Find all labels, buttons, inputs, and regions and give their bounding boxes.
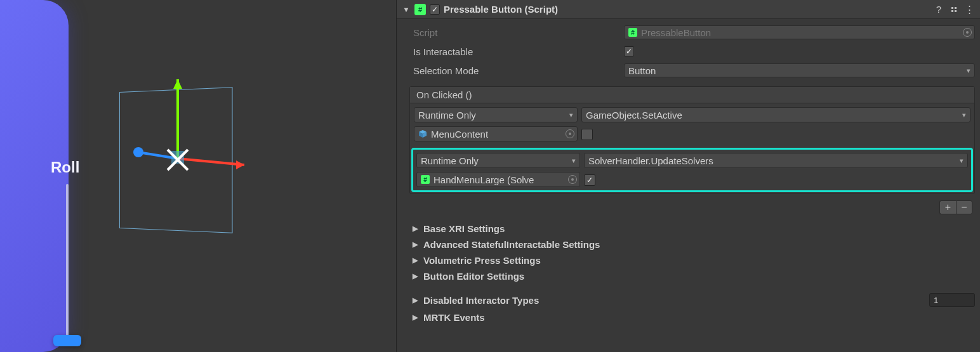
on-clicked-event: On Clicked () Runtime Only GameObject.Se… xyxy=(409,86,975,194)
section-mrtk-events[interactable]: MRTK Events xyxy=(397,310,980,325)
event-target-value: MenuContent xyxy=(431,129,488,140)
event-target-field[interactable]: HandMenuLarge (Solve xyxy=(416,172,580,187)
component-enable-checkbox[interactable] xyxy=(430,4,440,15)
function-value: GameObject.SetActive xyxy=(586,110,682,121)
callstate-dropdown[interactable]: Runtime Only xyxy=(414,107,578,122)
event-bool-argument[interactable] xyxy=(581,129,593,140)
section-label: Volumetric Press Settings xyxy=(423,255,975,266)
section-label: Button Editor Settings xyxy=(423,271,975,282)
scene-view[interactable]: Roll xyxy=(0,0,396,352)
script-object-field[interactable]: PressableButton xyxy=(624,25,975,39)
event-bool-argument[interactable] xyxy=(584,174,595,186)
script-icon xyxy=(414,4,426,15)
slider-thumb[interactable] xyxy=(53,335,81,346)
function-dropdown[interactable]: GameObject.SetActive xyxy=(581,107,970,122)
slider-track xyxy=(66,184,69,342)
chevron-right-icon xyxy=(411,240,420,249)
callstate-dropdown[interactable]: Runtime Only xyxy=(416,153,580,168)
gizmo-x-tip[interactable] xyxy=(236,160,244,169)
section-label: Advanced StatefulInteractable Settings xyxy=(423,239,975,250)
chevron-right-icon xyxy=(411,296,420,304)
remove-event-button[interactable]: − xyxy=(956,200,972,214)
is-interactable-label: Is Interactable xyxy=(402,46,619,57)
hand-menu-panel xyxy=(0,0,69,352)
chevron-right-icon xyxy=(411,313,420,322)
disabled-interactor-count[interactable] xyxy=(929,293,975,307)
is-interactable-row: Is Interactable xyxy=(402,42,975,61)
section-advanced-stateful[interactable]: Advanced StatefulInteractable Settings xyxy=(397,237,980,252)
section-button-editor[interactable]: Button Editor Settings xyxy=(397,268,980,284)
script-icon xyxy=(628,28,637,37)
object-picker-icon[interactable] xyxy=(568,175,577,184)
component-title: Pressable Button (Script) xyxy=(444,4,929,15)
component-foldout[interactable] xyxy=(402,6,411,13)
script-row: Script PressableButton xyxy=(402,23,975,42)
script-label: Script xyxy=(402,27,619,38)
chevron-right-icon xyxy=(411,225,420,233)
add-event-button[interactable]: + xyxy=(939,200,956,214)
component-header[interactable]: Pressable Button (Script) ? ⋮ xyxy=(397,0,980,19)
callstate-value: Runtime Only xyxy=(418,110,476,121)
section-disabled-interactor-types[interactable]: Disabled Interactor Types xyxy=(397,290,980,310)
preset-icon[interactable] xyxy=(948,4,960,15)
selection-mode-value: Button xyxy=(628,65,656,76)
script-value: PressableButton xyxy=(641,27,711,38)
object-picker-icon[interactable] xyxy=(566,129,574,138)
kebab-menu-icon[interactable]: ⋮ xyxy=(963,4,975,15)
section-label: Base XRI Settings xyxy=(423,223,975,234)
section-base-xri[interactable]: Base XRI Settings xyxy=(397,221,980,237)
chevron-right-icon xyxy=(411,272,420,280)
gameobject-icon xyxy=(418,129,427,138)
section-label: Disabled Interactor Types xyxy=(423,295,925,306)
script-icon xyxy=(421,175,430,184)
inspector-panel: Pressable Button (Script) ? ⋮ Script Pre… xyxy=(396,0,980,352)
help-icon[interactable]: ? xyxy=(933,4,944,15)
event-footer: + − xyxy=(409,198,975,214)
is-interactable-checkbox[interactable] xyxy=(624,46,634,56)
event-entry: Runtime Only GameObject.SetActive MenuCo… xyxy=(410,103,974,145)
function-value: SolverHandler.UpdateSolvers xyxy=(588,155,713,166)
event-title: On Clicked () xyxy=(410,87,974,103)
selection-mode-label: Selection Mode xyxy=(402,65,619,76)
object-picker-icon[interactable] xyxy=(963,28,972,37)
section-volumetric-press[interactable]: Volumetric Press Settings xyxy=(397,252,980,268)
event-target-value: HandMenuLarge (Solve xyxy=(434,174,534,185)
function-dropdown[interactable]: SolverHandler.UpdateSolvers xyxy=(584,153,968,168)
callstate-value: Runtime Only xyxy=(421,155,479,166)
selection-mode-row: Selection Mode Button xyxy=(402,61,975,80)
gizmo-y-tip[interactable] xyxy=(173,79,182,89)
section-label: MRTK Events xyxy=(423,312,975,323)
selection-mode-dropdown[interactable]: Button xyxy=(624,63,975,77)
event-target-field[interactable]: MenuContent xyxy=(414,126,578,141)
selection-wireframe xyxy=(119,87,233,233)
event-entry-highlighted: Runtime Only SolverHandler.UpdateSolvers… xyxy=(413,149,972,191)
chevron-right-icon xyxy=(411,256,420,264)
